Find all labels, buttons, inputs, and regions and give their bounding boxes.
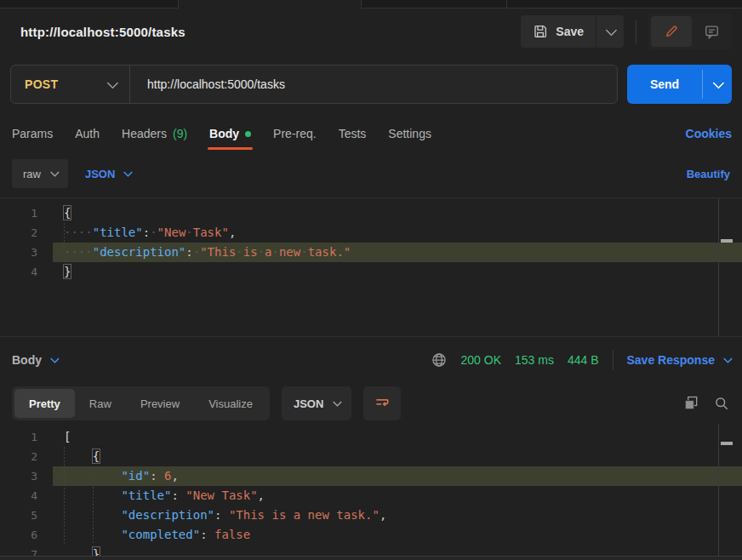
save-options-button[interactable] <box>596 15 624 48</box>
pencil-icon <box>664 24 679 39</box>
code-line: 1[ <box>0 427 742 447</box>
send-options-button[interactable] <box>703 65 732 104</box>
indent-guide <box>64 447 65 546</box>
view-tab-pretty[interactable]: Pretty <box>14 389 75 418</box>
api-client-window: http://localhost:5000/tasks Save <box>0 0 742 560</box>
code-line: 3····"description":·"This·is·a·new·task.… <box>0 243 742 262</box>
request-tabs-row: ParamsAuthHeaders(9)BodyPre-req.TestsSet… <box>0 114 742 153</box>
comment-button[interactable] <box>693 16 729 47</box>
view-tab-visualize[interactable]: Visualize <box>194 389 267 418</box>
tab-count-badge: (9) <box>173 127 187 140</box>
line-number: 1 <box>0 427 37 447</box>
response-language-dropdown[interactable]: JSON <box>282 386 351 420</box>
line-number: 4 <box>0 262 37 282</box>
body-mode-row: raw JSON Beautify <box>0 153 742 194</box>
response-language-label: JSON <box>294 397 323 410</box>
method-select[interactable]: POST <box>11 66 130 103</box>
url-input[interactable]: http://localhost:5000/tasks <box>130 77 617 91</box>
tab-tests[interactable]: Tests <box>339 114 367 153</box>
tab-label: Auth <box>75 127 100 140</box>
window-tabstrip[interactable] <box>0 0 742 9</box>
response-toolbar: PrettyRawPreviewVisualize JSON <box>0 383 742 424</box>
tab-label: Headers <box>122 127 167 140</box>
response-body-editor[interactable]: 1[2 {3 "id": 6,4 "title": "New Task",5 "… <box>0 424 742 560</box>
overview-ruler-mark <box>721 442 733 445</box>
divider <box>636 20 636 43</box>
indent-guide <box>93 466 94 545</box>
chevron-down-icon <box>723 354 733 363</box>
beautify-link[interactable]: Beautify <box>687 168 730 180</box>
tab-headers[interactable]: Headers(9) <box>122 114 187 153</box>
code-line: 4} <box>0 262 742 282</box>
chevron-down-icon <box>123 168 133 177</box>
floppy-disk-icon <box>533 24 548 39</box>
body-type-label: raw <box>23 168 41 180</box>
divider <box>613 350 614 370</box>
tab-label: Params <box>12 127 53 140</box>
unsaved-dot-icon <box>245 131 251 137</box>
wrap-lines-button[interactable] <box>363 386 401 420</box>
word-wrap-icon <box>374 395 391 412</box>
code-line: 1{ <box>0 203 742 223</box>
url-bar: POST http://localhost:5000/tasks <box>10 65 618 104</box>
save-response-button[interactable]: Save Response <box>627 353 731 367</box>
active-tab-underline <box>208 147 253 150</box>
active-request-tab[interactable] <box>178 0 361 9</box>
tab-pre-req-[interactable]: Pre-req. <box>273 114 317 153</box>
code-text: "description": "This is a new task.", <box>37 506 386 525</box>
cookies-link[interactable]: Cookies <box>686 114 732 153</box>
save-button[interactable]: Save <box>521 15 596 48</box>
comment-icon <box>704 24 720 40</box>
body-type-dropdown[interactable]: raw <box>12 159 68 188</box>
code-line: 4 "title": "New Task", <box>0 486 742 506</box>
tab-label: Settings <box>388 127 431 140</box>
response-tools <box>682 395 730 412</box>
tab-auth[interactable]: Auth <box>75 114 100 153</box>
line-number: 4 <box>0 486 37 506</box>
save-response-label: Save Response <box>627 353 716 367</box>
response-time: 153 ms <box>515 353 554 367</box>
response-body-dropdown[interactable]: Body <box>12 353 57 367</box>
request-title: http://localhost:5000/tasks <box>20 25 521 39</box>
edit-button[interactable] <box>651 16 692 47</box>
tab-separator <box>506 0 507 9</box>
tab-params[interactable]: Params <box>12 114 53 153</box>
view-tab-raw[interactable]: Raw <box>75 389 126 418</box>
copy-icon <box>682 395 699 412</box>
send-button[interactable]: Send <box>627 65 702 104</box>
edit-comment-group <box>648 14 732 49</box>
line-number: 1 <box>0 203 37 223</box>
tabstrip-border <box>0 8 178 9</box>
response-view-switch: PrettyRawPreviewVisualize <box>12 386 270 420</box>
language-dropdown[interactable]: JSON <box>85 168 130 180</box>
status-badge: 200 OK <box>461 353 501 367</box>
line-number: 6 <box>0 525 37 545</box>
code-line: 3 "id": 6, <box>0 466 742 486</box>
overview-ruler-mark <box>721 239 733 243</box>
overview-ruler[interactable] <box>718 198 733 336</box>
search-button[interactable] <box>713 395 730 412</box>
code-text: [ <box>37 427 71 447</box>
tab-separator <box>361 0 362 9</box>
tab-label: Body <box>209 127 239 140</box>
code-text: "title": "New Task", <box>37 486 265 506</box>
line-number: 5 <box>0 506 37 525</box>
tab-label: Pre-req. <box>273 127 317 140</box>
response-body-label: Body <box>12 353 42 367</box>
save-button-label: Save <box>556 25 584 38</box>
code-text: } <box>37 262 71 282</box>
response-status-group: 200 OK 153 ms 444 B Save Response <box>431 350 731 370</box>
chevron-down-icon <box>50 168 60 177</box>
view-tab-preview[interactable]: Preview <box>126 389 194 418</box>
request-body-editor[interactable]: 1{2····"title":·"New·Task",3····"descrip… <box>0 197 742 337</box>
tab-settings[interactable]: Settings <box>388 114 431 153</box>
tab-label: Tests <box>339 127 367 140</box>
tab-body[interactable]: Body <box>209 114 251 153</box>
code-line: 5 "description": "This is a new task.", <box>0 506 742 525</box>
code-text: "id": 6, <box>37 466 179 486</box>
line-number: 2 <box>0 223 37 243</box>
copy-button[interactable] <box>682 395 699 412</box>
code-line: 6 "completed": false <box>0 525 742 545</box>
chevron-down-icon <box>333 397 342 407</box>
indent-guide <box>64 223 65 262</box>
